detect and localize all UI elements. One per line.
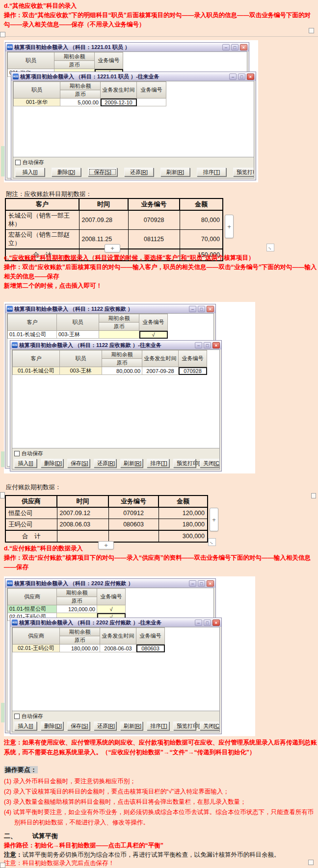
insert-column-handle[interactable]: + (210, 508, 218, 531)
note-label: 注意： (4, 851, 23, 858)
amount-cell[interactable]: 180,000.00 (60, 645, 100, 652)
insert-row-handle[interactable]: + (105, 244, 120, 252)
section-extra: 新增第二个的时候，点击插入即可！ (4, 281, 318, 291)
save-button[interactable]: 保存[S] (88, 168, 117, 176)
minimize-button[interactable]: – (189, 580, 196, 587)
window-titlebar[interactable]: KIS 核算项目初始余额录入 （科目：1122 应收账款 ）-往来业务 – □ … (10, 341, 221, 349)
window-titlebar[interactable]: KIS 核算项目初始余额录入 （科目：1221.01 职员 ）-往来业务 – □… (11, 72, 256, 81)
kis-app-icon: KIS (12, 620, 18, 625)
date-cell[interactable]: 2008-06-03 (100, 645, 136, 652)
amount-cell[interactable]: 120,000.00 (57, 605, 97, 613)
delete-button[interactable]: 删除[D] (41, 459, 63, 468)
close-window-button[interactable]: 关闭[C] (200, 459, 220, 468)
customer-cell[interactable]: 01.01-长城公司 (13, 367, 60, 375)
anchor-marker (0, 863, 5, 868)
section-title: d.“其他应收款”科目的录入 (4, 1, 316, 11)
table-row: 01.01-恒星公司 120,000.00 √ (8, 605, 126, 613)
close-button[interactable]: × (247, 74, 254, 80)
autosave-checkbox[interactable] (14, 714, 20, 719)
amount-input-cell[interactable] (99, 331, 139, 339)
ap-header-amount: 金额 (159, 496, 208, 507)
ap-header-time: 时间 (57, 496, 108, 507)
maximize-button[interactable]: □ (198, 580, 205, 587)
window-client-area: 客户 职员 期初余额 业务发生时间 业务编号 原币 01.01-长城公司 003… (12, 349, 220, 470)
minimize-button[interactable]: – (189, 306, 196, 312)
close-button[interactable]: × (207, 580, 214, 587)
supplier-cell[interactable]: 01.01-恒星公司 (8, 605, 57, 613)
window-titlebar[interactable]: KIS 核算项目初始余额录入 （科目：1221.01 职员 ） – □ × (5, 43, 249, 51)
col-header-base-currency: 原币 (102, 359, 142, 367)
date-cell-selected[interactable]: 2009-12-10 (101, 99, 137, 106)
maximize-button[interactable]: □ (231, 44, 238, 50)
insert-button[interactable]: 插入[I] (14, 721, 37, 730)
code-check-cell[interactable]: √ (139, 331, 168, 339)
save-note: 注意：科目初始数据录入完后点击保存！ (4, 859, 317, 868)
maximize-button[interactable]: □ (238, 74, 245, 80)
refresh-button[interactable]: 刷新[R] (160, 168, 190, 176)
amount-cell[interactable]: 5,000.00 (60, 99, 101, 106)
customer-cell[interactable]: 01.01-长城公司 (8, 331, 57, 339)
window-titlebar[interactable]: KIS 核算项目初始余额录入 （科目：1122 应收账款 ） – □ × (5, 304, 215, 313)
code-cell[interactable] (137, 99, 166, 106)
restore-button[interactable]: 还原[R] (94, 459, 116, 468)
refresh-button[interactable]: 刷新[R] (120, 721, 143, 730)
col-header-base-currency: 原币 (60, 90, 101, 99)
autosave-label: 自动保存 (23, 159, 44, 166)
table-row: 01.01-长城公司 003-王林 80,000.00 2007-09-28 0… (13, 367, 207, 375)
ap-header-supplier: 供应商 (5, 496, 57, 507)
maximize-button[interactable]: □ (198, 306, 205, 312)
minimize-button[interactable]: – (229, 74, 237, 80)
minimize-button[interactable]: – (222, 44, 230, 50)
close-button[interactable]: × (212, 342, 220, 348)
print-preview-button[interactable]: 预览打印[P] (233, 168, 254, 176)
autosave-checkbox[interactable] (14, 451, 20, 456)
delete-button[interactable]: 删除[D] (52, 168, 81, 176)
window-titlebar[interactable]: KIS 核算项目初始余额录入 （科目：2202 应付账款 ） – □ × (5, 579, 215, 588)
table-resize-handle[interactable]: ↔ (266, 244, 274, 251)
insert-button[interactable]: 插入[I] (15, 168, 45, 176)
close-button[interactable]: × (212, 620, 220, 626)
supplier-cell[interactable]: 02.01-王码公司 (13, 645, 60, 652)
section-d-other-receivable: d.“其他应收款”科目的录入 操作：双击“其他应收款”下的明细科目“职员”后面核… (4, 1, 316, 29)
insert-button[interactable]: 插入[I] (14, 459, 37, 468)
employee-cell[interactable]: 003-王林 (60, 367, 102, 375)
empty-cell (108, 530, 159, 542)
restore-button[interactable]: 还原[R] (94, 721, 116, 730)
employee-cell[interactable]: 001-张华 (14, 99, 60, 106)
close-button[interactable]: × (207, 306, 214, 312)
col-header-employee: 职员 (14, 82, 60, 99)
delete-button[interactable]: 删除[D] (41, 721, 63, 730)
close-button[interactable]: × (240, 44, 247, 50)
sort-button[interactable]: 排序[T] (147, 459, 169, 468)
table-row: 02.01-王码公司 180,000.00 2008-06-03 080603 (13, 645, 165, 652)
save-button[interactable]: 保存[S] (67, 459, 90, 468)
restore-button[interactable]: 还原[R] (124, 168, 154, 176)
maximize-button[interactable]: □ (204, 620, 211, 626)
save-button[interactable]: 保存[S] (67, 721, 90, 730)
ar-header-amount: 金额 (180, 198, 223, 210)
refresh-button[interactable]: 刷新[R] (120, 459, 143, 468)
window-titlebar[interactable]: KIS 核算项目初始余额录入 （科目：2202 应付账款 ）-往来业务 – □ … (10, 618, 221, 627)
col-header-code: 业务编号 (136, 628, 165, 645)
insert-column-handle[interactable]: + (225, 215, 234, 238)
maximize-button[interactable]: □ (204, 342, 211, 348)
amount-cell[interactable]: 80,000.00 (102, 367, 142, 375)
ar-amount: 70,000 (180, 230, 223, 249)
print-preview-button[interactable]: 预览打印[P] (173, 721, 196, 730)
employee-cell[interactable]: 003-王林 (57, 331, 99, 339)
autosave-checkbox[interactable] (15, 160, 21, 165)
code-cell-selected[interactable]: 070928 (179, 367, 207, 375)
col-header-date: 业务发生时间 (100, 628, 136, 645)
minimize-button[interactable]: – (195, 620, 202, 626)
table-total-row: 合 计 300,000 (5, 530, 208, 542)
section-title: c.“应收账款”科目期初数据录入（科目设置的时候，要选择“客户”和“职员”这两个… (4, 253, 318, 263)
point-item: (2) 录入下设核算项目的科目的金额时，要点击核算项目栏的“√”进入特定界面输入… (4, 787, 317, 797)
code-check-cell[interactable]: √ (97, 605, 126, 613)
code-cell-selected[interactable]: 080603 (136, 645, 165, 652)
print-preview-button[interactable]: 预览打印[P] (173, 459, 196, 468)
date-cell[interactable]: 2007-09-28 (142, 367, 179, 375)
minimize-button[interactable]: – (195, 342, 202, 348)
close-window-button[interactable]: 关闭[C] (200, 721, 220, 730)
sort-button[interactable]: 排序[T] (147, 721, 169, 730)
sort-button[interactable]: 排序[T] (197, 168, 226, 176)
